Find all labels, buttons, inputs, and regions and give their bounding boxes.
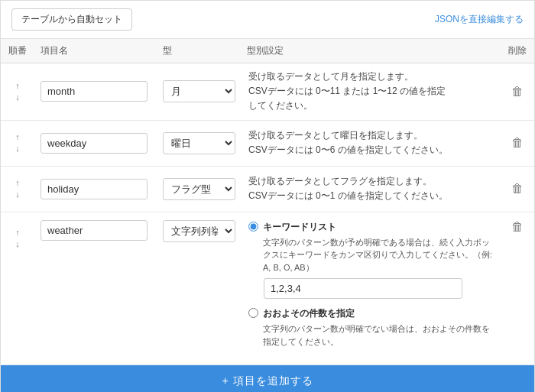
radio-option-count: おおよその件数を指定 文字列のパターン数が明確でない場合は、おおよその件数を指定… [248,306,493,348]
delete-button-weekday[interactable]: 🗑 [511,136,524,150]
header-delete: 削除 [501,44,534,57]
table-header: 順番 項目名 型 型別設定 削除 [1,39,534,63]
radio-count-label: おおよその件数を指定 文字列のパターン数が明確でない場合は、おおよその件数を指定… [263,306,493,348]
radio-keyword[interactable] [248,222,258,232]
main-container: テーブルから自動セット JSONを直接編集する 順番 項目名 型 型別設定 削除… [0,0,535,392]
type-cell-month: 月 [157,76,241,107]
desc-weather: キーワードリスト 文字列のパターン数が予め明確である場合は、続く入力ボックスにキ… [241,212,501,361]
up-arrow-month[interactable]: ↑ [12,81,23,91]
delete-button-weather[interactable]: 🗑 [511,220,524,234]
type-select-holiday[interactable]: フラグ型 [163,178,235,200]
type-select-month[interactable]: 月 [163,80,235,102]
radio-count-title: おおよその件数を指定 [263,306,493,321]
delete-button-month[interactable]: 🗑 [511,85,524,99]
header-order: 順番 [1,44,34,57]
radio-count[interactable] [248,308,258,318]
type-cell-weather: 文字列列挙型 [157,212,241,250]
rows-area: ↑ ↓ 月 受け取るデータとして月を指定します。CSVデータには 0〜11 また… [1,63,534,365]
delete-cell-weather: 🗑 [501,212,534,234]
type-cell-weekday: 曜日 [157,128,241,159]
down-arrow-weekday[interactable]: ↓ [12,144,23,154]
add-item-button[interactable]: + 項目を追加する [1,365,534,392]
table-row: ↑ ↓ 月 受け取るデータとして月を指定します。CSVデータには 0〜11 また… [1,63,534,121]
table-row: ↑ ↓ 曜日 受け取るデータとして曜日を指定します。CSVデータには 0〜6 の… [1,121,534,167]
row-order-month: ↑ ↓ [1,78,34,105]
up-arrow-weather[interactable]: ↑ [12,228,23,238]
field-name-input-weekday[interactable] [41,133,148,154]
field-name-input-month[interactable] [41,81,148,102]
row-order-weather: ↑ ↓ [1,212,34,287]
row-order-holiday: ↑ ↓ [1,175,34,202]
field-name-cell-month [34,76,157,106]
field-name-input-holiday[interactable] [41,179,148,199]
desc-month: 受け取るデータとして月を指定します。CSVデータには 0〜11 または 1〜12… [241,63,501,120]
radio-keyword-desc: 文字列のパターン数が予め明確である場合は、続く入力ボックスにキーワードをカンマ区… [263,236,493,274]
header-type-setting: 型別設定 [241,44,501,57]
delete-button-holiday[interactable]: 🗑 [511,182,524,196]
delete-cell-weekday: 🗑 [501,136,534,150]
table-row-weather: ↑ ↓ 文字列列挙型 キーワードリスト 文字列のパターン数が予め明確である [1,212,534,365]
keyword-input-wrap [264,278,493,299]
header-field-name: 項目名 [34,44,157,57]
down-arrow-weather[interactable]: ↓ [12,239,23,249]
json-edit-link[interactable]: JSONを直接編集する [435,13,524,26]
radio-option-keyword: キーワードリスト 文字列のパターン数が予め明確である場合は、続く入力ボックスにキ… [248,220,493,274]
field-name-cell-weather [34,212,157,248]
delete-cell-month: 🗑 [501,85,534,99]
field-name-cell-weekday [34,128,157,158]
radio-count-desc: 文字列のパターン数が明確でない場合は、おおよその件数を指定してください。 [263,322,493,348]
delete-cell-holiday: 🗑 [501,182,534,196]
desc-weekday: 受け取るデータとして曜日を指定します。CSVデータには 0〜6 の値を指定してく… [241,122,501,164]
up-arrow-weekday[interactable]: ↑ [12,132,23,142]
table-row: ↑ ↓ フラグ型 受け取るデータとしてフラグを指定します。CSVデータには 0〜… [1,167,534,212]
field-name-input-weather[interactable] [41,220,148,241]
auto-set-button[interactable]: テーブルから自動セット [11,8,132,31]
radio-keyword-title: キーワードリスト [263,220,493,235]
desc-holiday: 受け取るデータとしてフラグを指定します。CSVデータには 0〜1 の値を指定して… [241,168,501,209]
up-arrow-holiday[interactable]: ↑ [12,178,23,188]
down-arrow-holiday[interactable]: ↓ [12,190,23,199]
type-select-weekday[interactable]: 曜日 [163,132,235,154]
keyword-input[interactable] [264,278,462,299]
type-select-weather[interactable]: 文字列列挙型 [163,220,235,242]
down-arrow-month[interactable]: ↓ [12,92,23,102]
type-cell-holiday: フラグ型 [157,173,241,205]
header-type: 型 [157,44,241,57]
field-name-cell-holiday [34,174,157,204]
top-bar: テーブルから自動セット JSONを直接編集する [1,1,534,39]
row-order-weekday: ↑ ↓ [1,129,34,157]
radio-keyword-label: キーワードリスト 文字列のパターン数が予め明確である場合は、続く入力ボックスにキ… [263,220,493,274]
